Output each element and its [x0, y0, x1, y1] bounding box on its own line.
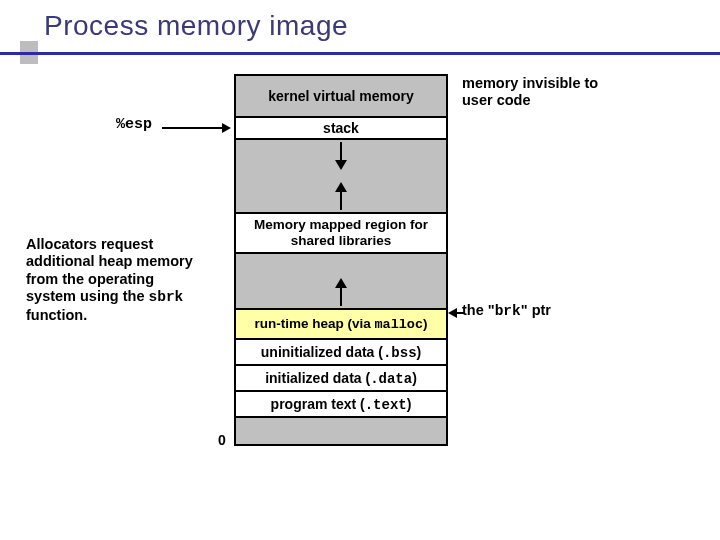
label-esp: %esp [116, 116, 152, 134]
seg-data: initialized data (.data) [236, 364, 446, 390]
seg-bss: uninitialized data (.bss) [236, 338, 446, 364]
label-allocator-note: Allocators request additional heap memor… [26, 236, 222, 324]
title-rule [0, 52, 720, 58]
label-kvm-note: memory invisible to user code [462, 75, 632, 110]
arrow-down-icon [335, 142, 347, 170]
seg-stack-label: stack [323, 120, 359, 136]
seg-mmap-label: Memory mapped region for shared librarie… [254, 217, 428, 248]
arrow-right-icon [162, 123, 231, 133]
seg-text-label: program text (.text) [271, 396, 412, 413]
seg-bss-label: uninitialized data (.bss) [261, 344, 421, 361]
seg-stack: stack [236, 116, 446, 138]
rule-line [0, 52, 720, 55]
arrow-up-icon [335, 182, 347, 210]
seg-heap-label: run-time heap (via malloc) [254, 316, 427, 332]
seg-kernel-vm: kernel virtual memory [236, 76, 446, 116]
label-brk-ptr: the "brk" ptr [462, 302, 642, 320]
seg-kernel-vm-label: kernel virtual memory [268, 88, 414, 104]
arrow-left-icon [448, 308, 465, 318]
seg-data-label: initialized data (.data) [265, 370, 417, 387]
gap-stack-to-mmap [236, 138, 446, 212]
seg-text: program text (.text) [236, 390, 446, 416]
slide-header: Process memory image [0, 0, 720, 48]
seg-heap: run-time heap (via malloc) [236, 308, 446, 338]
gap-mmap-to-heap [236, 252, 446, 308]
arrow-up-icon [335, 278, 347, 306]
memory-diagram: kernel virtual memory stack Memory mappe… [234, 74, 448, 446]
seg-mmap: Memory mapped region for shared librarie… [236, 212, 446, 252]
slide-title: Process memory image [44, 10, 720, 42]
label-zero-addr: 0 [218, 432, 226, 448]
gap-below-text [236, 416, 446, 444]
